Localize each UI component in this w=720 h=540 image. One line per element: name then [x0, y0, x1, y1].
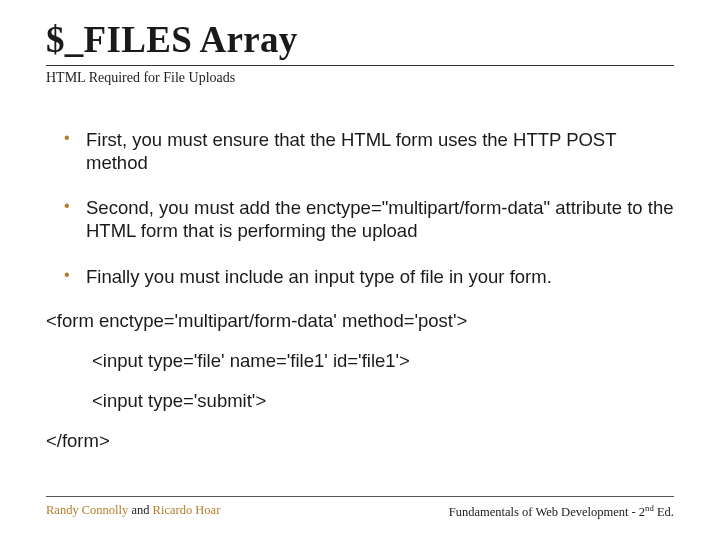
footer-authors: Randy Connolly and Ricardo Hoar: [46, 503, 220, 520]
book-title-part: Fundamentals of Web Development - 2: [449, 505, 645, 519]
book-title-tail: Ed.: [654, 505, 674, 519]
bullet-item: Second, you must add the enctype="multip…: [64, 196, 674, 242]
bullet-list: First, you must ensure that the HTML for…: [46, 128, 674, 288]
bullet-item: Finally you must include an input type o…: [64, 265, 674, 288]
code-line: <input type='file' name='file1' id='file…: [46, 350, 674, 372]
title-divider: [46, 65, 674, 66]
author-name: Ricardo Hoar: [153, 503, 221, 517]
code-line: <form enctype='multipart/form-data' meth…: [46, 310, 674, 332]
code-line: </form>: [46, 430, 674, 452]
slide-subtitle: HTML Required for File Uploads: [46, 70, 674, 86]
slide: $_FILES Array HTML Required for File Upl…: [0, 0, 720, 540]
code-example: <form enctype='multipart/form-data' meth…: [46, 310, 674, 453]
code-line: <input type='submit'>: [46, 390, 674, 412]
footer-row: Randy Connolly and Ricardo Hoar Fundamen…: [46, 503, 674, 520]
footer-book: Fundamentals of Web Development - 2nd Ed…: [449, 503, 674, 520]
slide-title: $_FILES Array: [46, 18, 674, 63]
footer-divider: [46, 496, 674, 497]
slide-content: First, you must ensure that the HTML for…: [46, 128, 674, 452]
footer: Randy Connolly and Ricardo Hoar Fundamen…: [46, 496, 674, 520]
author-name: Randy Connolly: [46, 503, 128, 517]
author-joiner: and: [128, 503, 152, 517]
book-edition-sup: nd: [645, 503, 654, 513]
bullet-item: First, you must ensure that the HTML for…: [64, 128, 674, 174]
